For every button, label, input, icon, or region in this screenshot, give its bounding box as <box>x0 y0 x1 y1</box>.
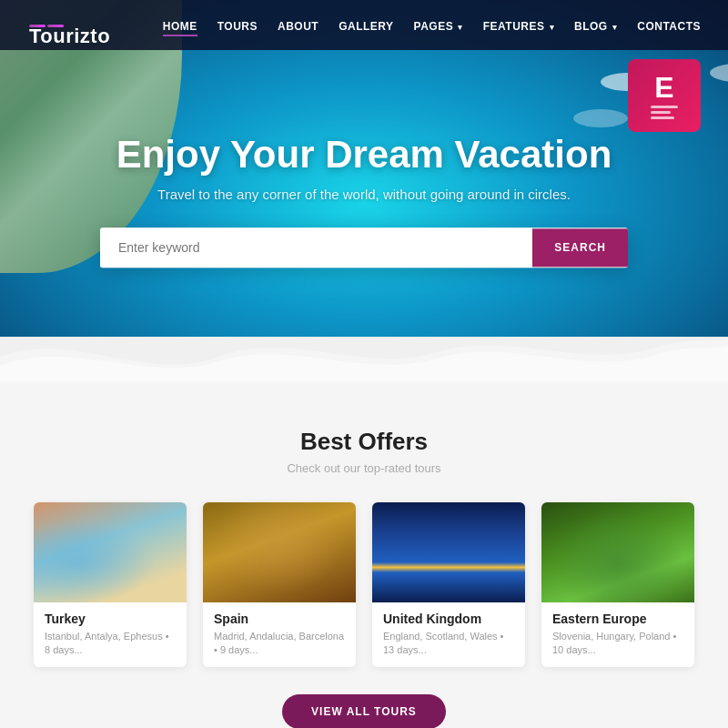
tour-card-turkey[interactable]: Turkey Istanbul, Antalya, Ephesus • 8 da… <box>34 502 187 667</box>
elementor-lines <box>651 106 678 119</box>
nav-item-pages[interactable]: PAGES ▾ <box>414 17 463 34</box>
card-details-turkey: Istanbul, Antalya, Ephesus • 8 days... <box>45 630 176 658</box>
chevron-down-icon: ▾ <box>455 23 463 32</box>
hero-title: Enjoy Your Dream Vacation <box>100 132 628 177</box>
hero-wave <box>0 320 728 382</box>
hero-content: Enjoy Your Dream Vacation Travel to the … <box>100 132 628 268</box>
nav-menu: HOME TOURS ABOUT GALLERY PAGES ▾ FEATURE… <box>163 17 701 34</box>
nav-item-tours[interactable]: TOURS <box>217 17 258 34</box>
search-bar: SEARCH <box>100 228 628 268</box>
offers-subtitle: Check out our top-rated tours <box>27 461 701 475</box>
tour-card-spain[interactable]: Spain Madrid, Andalucia, Barcelona • 9 d… <box>203 502 356 667</box>
elementor-badge: E <box>628 59 701 132</box>
tour-card-eastern-europe[interactable]: Eastern Europe Slovenia, Hungary, Poland… <box>541 502 694 667</box>
tour-cards-row: Turkey Istanbul, Antalya, Ephesus • 8 da… <box>27 502 701 667</box>
card-country-spain: Spain <box>214 612 345 626</box>
card-details-uk: England, Scotland, Wales • 13 days... <box>383 630 514 658</box>
card-country-uk: United Kingdom <box>383 612 514 626</box>
search-button[interactable]: SEARCH <box>532 229 628 268</box>
nav-item-contacts[interactable]: CONTACTS <box>637 17 701 34</box>
line-1 <box>651 106 678 108</box>
tour-card-uk[interactable]: United Kingdom England, Scotland, Wales … <box>372 502 525 667</box>
card-details-spain: Madrid, Andalucia, Barcelona • 9 days... <box>214 630 345 658</box>
offers-title: Best Offers <box>27 428 701 456</box>
card-details-ee: Slovenia, Hungary, Poland • 10 days... <box>552 630 683 658</box>
nav-item-features[interactable]: FEATURES ▾ <box>483 17 554 34</box>
navbar: Tourizto HOME TOURS ABOUT GALLERY PAGES … <box>0 0 728 50</box>
logo-underline <box>47 25 64 27</box>
card-info-turkey: Turkey Istanbul, Antalya, Ephesus • 8 da… <box>34 602 187 667</box>
card-image-turkey <box>34 502 187 602</box>
line-3 <box>651 116 674 119</box>
search-input[interactable] <box>100 228 532 268</box>
card-image-uk <box>372 502 525 602</box>
nav-item-about[interactable]: ABOUT <box>278 17 318 34</box>
hero-section: E Enjoy Your Dream Vacation Travel to th… <box>0 0 728 382</box>
nav-item-home[interactable]: HOME <box>163 17 197 34</box>
logo-text: Tourizto <box>29 25 46 27</box>
offers-section: Best Offers Check out our top-rated tour… <box>0 382 728 728</box>
hero-subtitle: Travel to the any corner of the world, w… <box>100 187 628 203</box>
chevron-down-icon: ▾ <box>610 23 618 32</box>
card-info-ee: Eastern Europe Slovenia, Hungary, Poland… <box>541 602 694 667</box>
card-info-spain: Spain Madrid, Andalucia, Barcelona • 9 d… <box>203 602 356 667</box>
offers-header: Best Offers Check out our top-rated tour… <box>27 428 701 475</box>
nav-item-gallery[interactable]: GALLERY <box>339 17 393 34</box>
card-image-spain <box>203 502 356 602</box>
line-2 <box>651 111 671 114</box>
card-info-uk: United Kingdom England, Scotland, Wales … <box>372 602 525 667</box>
card-country-ee: Eastern Europe <box>552 612 683 626</box>
chevron-down-icon: ▾ <box>547 23 555 32</box>
nav-item-blog[interactable]: BLOG ▾ <box>574 17 617 34</box>
view-all-tours-button[interactable]: VIEW ALL TOURS <box>282 694 446 728</box>
card-image-ee <box>541 502 694 602</box>
logo[interactable]: Tourizto <box>27 14 64 37</box>
card-country-turkey: Turkey <box>45 612 176 626</box>
elementor-icon: E <box>654 73 673 102</box>
